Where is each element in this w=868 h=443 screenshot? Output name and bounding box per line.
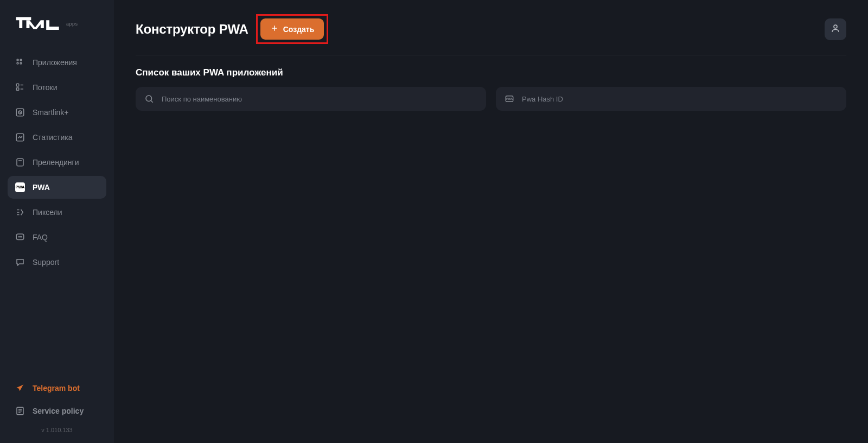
svg-line-27 — [151, 100, 153, 103]
sidebar-item-label: Прелендинги — [33, 158, 79, 167]
svg-point-18 — [21, 237, 22, 237]
sidebar-item-faq[interactable]: FAQ — [8, 226, 106, 249]
sidebar-item-apps[interactable]: Приложения — [8, 51, 106, 74]
user-icon — [831, 23, 840, 35]
create-button-highlight: Создать — [256, 14, 329, 44]
nav: Приложения Потоки Smartlink+ Статистика … — [0, 47, 114, 372]
sidebar: apps Приложения Потоки Smartlink+ Статис… — [0, 0, 114, 443]
pixels-icon — [15, 207, 25, 217]
apps-grid-icon — [15, 58, 25, 67]
sidebar-bottom: Telegram bot Service policy v 1.010.133 — [0, 372, 114, 443]
svg-rect-5 — [16, 88, 19, 91]
bottom-link-label: Service policy — [33, 407, 84, 415]
page-title: Конструктор PWA — [136, 22, 248, 37]
search-by-hash-box[interactable]: PWA — [496, 87, 846, 111]
list-heading: Список ваших PWA приложений — [114, 55, 868, 87]
svg-point-0 — [17, 59, 18, 61]
sidebar-item-prelanding[interactable]: Прелендинги — [8, 151, 106, 174]
svg-point-3 — [20, 62, 22, 64]
sidebar-item-label: Smartlink+ — [33, 108, 69, 117]
svg-rect-10 — [17, 159, 23, 166]
search-by-name-box[interactable] — [136, 87, 486, 111]
svg-point-1 — [20, 59, 22, 61]
svg-point-25 — [834, 25, 837, 28]
sidebar-item-label: Потоки — [33, 83, 58, 92]
sidebar-service-policy[interactable]: Service policy — [8, 401, 106, 421]
smartlink-icon — [15, 107, 25, 117]
sidebar-item-pixels[interactable]: Пиксели — [8, 201, 106, 224]
svg-point-2 — [17, 62, 18, 64]
create-button-label: Создать — [283, 25, 315, 34]
sidebar-telegram-bot[interactable]: Telegram bot — [8, 378, 106, 398]
sidebar-item-streams[interactable]: Потоки — [8, 76, 106, 99]
telegram-icon — [15, 383, 25, 393]
sidebar-item-label: Приложения — [33, 58, 77, 67]
stats-icon — [15, 132, 25, 142]
sidebar-item-label: PWA — [33, 183, 50, 192]
plus-icon — [270, 24, 279, 34]
brand-apps-label: apps — [66, 21, 78, 27]
version-label: v 1.010.133 — [8, 427, 106, 433]
svg-rect-4 — [16, 84, 19, 86]
sidebar-item-label: Support — [33, 258, 59, 267]
sidebar-item-label: Пиксели — [33, 208, 62, 217]
sidebar-item-stats[interactable]: Статистика — [8, 126, 106, 149]
bottom-link-label: Telegram bot — [33, 384, 80, 393]
streams-icon — [15, 83, 25, 92]
support-icon — [15, 257, 25, 267]
search-row: PWA — [114, 87, 868, 111]
svg-text:PWA: PWA — [506, 97, 513, 100]
create-button[interactable]: Создать — [260, 18, 324, 40]
faq-icon — [15, 232, 25, 242]
sidebar-item-label: Статистика — [33, 133, 73, 142]
prelanding-icon — [15, 157, 25, 167]
search-input[interactable] — [162, 95, 477, 103]
logo-icon — [15, 16, 63, 31]
brand-logo: apps — [0, 10, 114, 47]
sidebar-item-pwa[interactable]: PWA PWA — [8, 176, 106, 199]
pwa-icon: PWA — [15, 182, 25, 192]
sidebar-item-smartlink[interactable]: Smartlink+ — [8, 101, 106, 124]
main: Конструктор PWA Создать Список ваших PWA… — [114, 0, 868, 443]
profile-button[interactable] — [825, 18, 846, 40]
svg-point-17 — [20, 237, 21, 237]
search-icon — [144, 94, 154, 104]
svg-point-26 — [146, 96, 152, 102]
sidebar-item-label: FAQ — [33, 233, 48, 242]
policy-icon — [15, 406, 25, 416]
hash-input[interactable] — [522, 95, 838, 103]
svg-point-16 — [18, 237, 19, 237]
sidebar-item-support[interactable]: Support — [8, 251, 106, 274]
topbar: Конструктор PWA Создать — [114, 0, 868, 55]
pwa-hash-icon: PWA — [505, 94, 514, 104]
